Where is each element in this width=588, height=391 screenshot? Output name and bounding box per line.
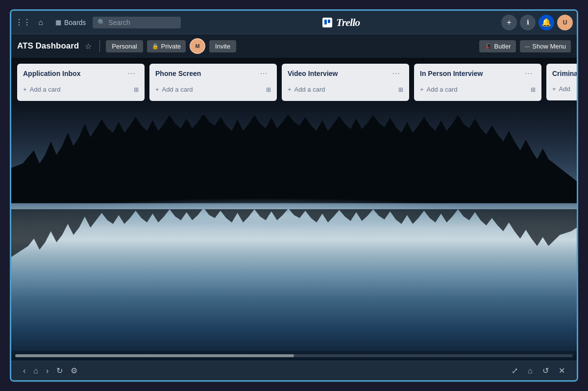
column-header-phone-screen: Phone Screen ··· bbox=[153, 69, 273, 78]
add-card-footer-application-inbox: + Add a card ⊞ bbox=[21, 82, 141, 96]
invite-button[interactable]: Invite bbox=[209, 40, 236, 52]
house2-button[interactable]: ⌂ bbox=[524, 364, 537, 377]
template-icon-phone-screen: ⊞ bbox=[266, 86, 271, 93]
column-title-in-person-interview: In Person Interview bbox=[420, 70, 483, 77]
settings-icon: ⚙ bbox=[71, 367, 77, 375]
add-card-label-phone-screen: Add a card bbox=[162, 86, 193, 93]
header-divider bbox=[99, 40, 100, 52]
member-avatar[interactable]: M bbox=[190, 38, 205, 54]
nav-right: + ℹ 🔔 U bbox=[501, 15, 573, 30]
dots-label: ··· bbox=[525, 43, 530, 50]
board-header: ATS Dashboard ☆ Personal 🔒 Private M Inv… bbox=[11, 34, 577, 58]
resize-icon: ⤢ bbox=[512, 367, 518, 375]
search-input[interactable] bbox=[108, 19, 176, 26]
workspace-button[interactable]: Personal bbox=[106, 40, 143, 52]
add-card-footer-in-person-interview: + Add a card ⊞ bbox=[418, 82, 538, 96]
template-button-video-interview[interactable]: ⊞ bbox=[396, 82, 405, 96]
bell-icon: 🔔 bbox=[541, 18, 551, 27]
board-title[interactable]: ATS Dashboard bbox=[17, 41, 79, 51]
column-title-phone-screen: Phone Screen bbox=[155, 70, 201, 77]
forward-icon: › bbox=[46, 367, 49, 375]
boards-button[interactable]: ▦ Boards bbox=[50, 17, 91, 28]
add-icon: + bbox=[507, 18, 511, 27]
home-bottom-button[interactable]: ⌂ bbox=[29, 365, 42, 377]
apps-button[interactable]: ⋮⋮ bbox=[15, 15, 31, 30]
scrollbar-thumb[interactable] bbox=[15, 354, 294, 357]
column-video-interview: Video Interview ··· + Add a card ⊞ bbox=[282, 64, 409, 101]
column-header-in-person-interview: In Person Interview ··· bbox=[418, 69, 538, 78]
column-menu-button-application-inbox[interactable]: ··· bbox=[125, 69, 139, 78]
add-card-label-in-person-interview: Add a card bbox=[427, 86, 458, 93]
template-button-application-inbox[interactable]: ⊞ bbox=[132, 82, 141, 96]
member-initials: M bbox=[195, 43, 199, 49]
home-nav-icon: ⌂ bbox=[38, 18, 43, 27]
template-icon-video-interview: ⊞ bbox=[398, 86, 403, 93]
add-card-button-in-person-interview[interactable]: + Add a card bbox=[418, 83, 529, 96]
bottom-right-buttons: ⤢ ⌂ ↺ ✕ bbox=[508, 364, 569, 377]
add-card-button-phone-screen[interactable]: + Add a card bbox=[153, 83, 264, 96]
trello-logo: Trello bbox=[183, 16, 499, 29]
add-icon-criminal: + bbox=[552, 85, 556, 93]
app-window: ⋮⋮ ⌂ ▦ Boards 🔍 Trello + ℹ 🔔 bbox=[10, 9, 578, 382]
butler-button[interactable]: 🎩 Butler bbox=[479, 40, 516, 52]
search-bar[interactable]: 🔍 bbox=[93, 17, 181, 28]
add-icon-in-person-interview: + bbox=[420, 86, 424, 93]
add-card-button-video-interview[interactable]: + Add a card bbox=[286, 83, 396, 96]
add-card-label-video-interview: Add a card bbox=[294, 86, 325, 93]
star-button[interactable]: ☆ bbox=[83, 41, 94, 52]
add-card-label-application-inbox: Add a card bbox=[30, 86, 61, 93]
refresh-button[interactable]: ↻ bbox=[52, 364, 67, 377]
boards-label: Boards bbox=[64, 19, 86, 26]
add-icon-video-interview: + bbox=[288, 86, 292, 93]
column-phone-screen: Phone Screen ··· + Add a card ⊞ bbox=[149, 64, 277, 101]
refresh-icon: ↻ bbox=[56, 367, 63, 375]
show-menu-button[interactable]: ··· Show Menu bbox=[520, 40, 571, 52]
close-window-button[interactable]: ✕ bbox=[555, 364, 569, 377]
notifications-button[interactable]: 🔔 bbox=[539, 15, 554, 30]
back-icon: ‹ bbox=[23, 367, 25, 375]
add-button[interactable]: + bbox=[501, 15, 517, 30]
user-avatar-button[interactable]: U bbox=[557, 15, 573, 30]
info-button[interactable]: ℹ bbox=[520, 15, 536, 30]
home-nav-button[interactable]: ⌂ bbox=[33, 15, 49, 30]
undo-button[interactable]: ↺ bbox=[539, 364, 553, 377]
invite-label: Invite bbox=[215, 43, 230, 50]
template-button-in-person-interview[interactable]: ⊞ bbox=[529, 82, 538, 96]
butler-icon: 🎩 bbox=[484, 43, 492, 50]
template-button-phone-screen[interactable]: ⊞ bbox=[264, 82, 273, 96]
undo-icon: ↺ bbox=[542, 367, 549, 375]
column-title-video-interview: Video Interview bbox=[288, 70, 338, 77]
add-icon-phone-screen: + bbox=[155, 86, 159, 93]
privacy-label: Private bbox=[161, 43, 181, 50]
workspace-label: Personal bbox=[112, 43, 137, 50]
search-icon: 🔍 bbox=[98, 19, 105, 26]
column-menu-button-video-interview[interactable]: ··· bbox=[390, 69, 403, 78]
add-card-label-criminal: Add bbox=[559, 85, 570, 93]
add-card-footer-video-interview: + Add a card ⊞ bbox=[286, 82, 405, 96]
add-icon-application-inbox: + bbox=[23, 86, 27, 93]
column-menu-button-in-person-interview[interactable]: ··· bbox=[522, 69, 536, 78]
column-criminal-partial: Crimina... ··· + Add bbox=[546, 64, 577, 100]
columns-container: Application Inbox ··· + Add a card ⊞ Pho… bbox=[11, 58, 577, 361]
info-icon: ℹ bbox=[527, 19, 529, 26]
privacy-button[interactable]: 🔒 Private bbox=[147, 40, 186, 52]
close-window-icon: ✕ bbox=[559, 367, 565, 375]
add-card-footer-phone-screen: + Add a card ⊞ bbox=[153, 82, 273, 96]
template-icon-in-person-interview: ⊞ bbox=[531, 86, 536, 93]
resize-button[interactable]: ⤢ bbox=[508, 364, 522, 377]
horizontal-scrollbar[interactable] bbox=[11, 351, 577, 361]
forward-button[interactable]: › bbox=[42, 365, 52, 377]
show-menu-label: Show Menu bbox=[532, 43, 566, 50]
house2-icon: ⌂ bbox=[528, 367, 533, 375]
nav-bar: ⋮⋮ ⌂ ▦ Boards 🔍 Trello + ℹ 🔔 bbox=[11, 11, 577, 34]
column-menu-button-phone-screen[interactable]: ··· bbox=[257, 69, 271, 78]
back-button[interactable]: ‹ bbox=[19, 365, 29, 377]
column-title-criminal: Crimina... bbox=[552, 70, 577, 77]
column-title-application-inbox: Application Inbox bbox=[23, 70, 80, 77]
add-card-button-criminal[interactable]: + Add bbox=[550, 82, 577, 96]
bottom-toolbar: ‹ ⌂ › ↻ ⚙ ⤢ ⌂ ↺ ✕ bbox=[11, 361, 577, 380]
column-in-person-interview: In Person Interview ··· + Add a card ⊞ bbox=[414, 64, 541, 101]
add-card-button-application-inbox[interactable]: + Add a card bbox=[21, 83, 132, 96]
trello-wordmark: Trello bbox=[336, 16, 360, 29]
settings-button[interactable]: ⚙ bbox=[67, 364, 81, 377]
